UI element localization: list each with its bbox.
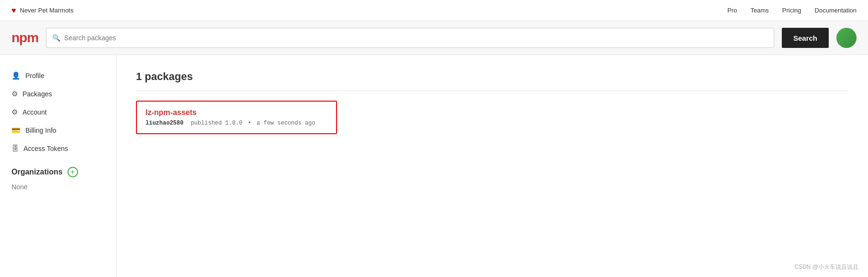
main-layout: 👤 Profile ⚙ Packages ⚙ Account 💳 Billing… (0, 55, 868, 277)
sidebar-item-billing-info[interactable]: 💳 Billing Info (0, 121, 116, 139)
sidebar-label-billing: Billing Info (25, 127, 56, 134)
nav-pro[interactable]: Pro (727, 7, 737, 14)
sidebar: 👤 Profile ⚙ Packages ⚙ Account 💳 Billing… (0, 55, 117, 277)
sidebar-item-access-tokens[interactable]: 🗄 Access Tokens (0, 139, 116, 157)
footer-note: CSDN @小火车说且说且 (794, 263, 858, 271)
avatar-image (836, 28, 857, 48)
package-published-label: published (191, 120, 222, 127)
search-container: 🔍 (46, 28, 774, 48)
package-time: a few seconds ago (257, 120, 315, 127)
sidebar-item-profile[interactable]: 👤 Profile (0, 67, 116, 85)
sidebar-label-access-tokens: Access Tokens (23, 145, 68, 152)
nav-teams[interactable]: Teams (751, 7, 769, 14)
top-nav: ♥ Never Pet Marmots Pro Teams Pricing Do… (0, 0, 868, 21)
packages-count: 1 packages (136, 70, 849, 91)
package-meta: liuzhao2580 published 1.0.0 • a few seco… (146, 120, 327, 127)
brand-name: Never Pet Marmots (20, 7, 74, 14)
header: npm 🔍 Search (0, 21, 868, 55)
billing-icon: 💳 (11, 126, 21, 135)
package-author: liuzhao2580 (146, 120, 183, 127)
account-icon: ⚙ (11, 108, 18, 116)
organizations-section: Organizations + (0, 157, 116, 181)
sidebar-label-profile: Profile (25, 72, 45, 80)
sidebar-label-account: Account (23, 108, 47, 116)
packages-icon: ⚙ (11, 90, 18, 98)
organizations-title: Organizations (11, 168, 63, 176)
package-version-number: 1.0.0 (225, 120, 242, 127)
search-button[interactable]: Search (782, 28, 829, 48)
package-separator: • (248, 120, 251, 127)
avatar[interactable] (836, 28, 857, 48)
nav-pricing[interactable]: Pricing (782, 7, 801, 14)
add-organization-button[interactable]: + (68, 167, 78, 177)
brand[interactable]: ♥ Never Pet Marmots (11, 6, 73, 15)
nav-documentation[interactable]: Documentation (815, 7, 857, 14)
sidebar-item-packages[interactable]: ⚙ Packages (0, 85, 116, 103)
sidebar-label-packages: Packages (23, 90, 52, 98)
search-icon: 🔍 (52, 34, 60, 42)
tokens-icon: 🗄 (11, 144, 19, 152)
organizations-none: None (0, 181, 116, 193)
search-input[interactable] (64, 34, 768, 42)
profile-icon: 👤 (11, 71, 21, 80)
npm-logo: npm (11, 31, 38, 45)
package-name: lz-npm-assets (146, 108, 327, 117)
main-content: 1 packages lz-npm-assets liuzhao2580 pub… (117, 55, 868, 277)
package-card[interactable]: lz-npm-assets liuzhao2580 published 1.0.… (136, 101, 337, 134)
sidebar-item-account[interactable]: ⚙ Account (0, 103, 116, 121)
heart-icon: ♥ (11, 6, 16, 15)
